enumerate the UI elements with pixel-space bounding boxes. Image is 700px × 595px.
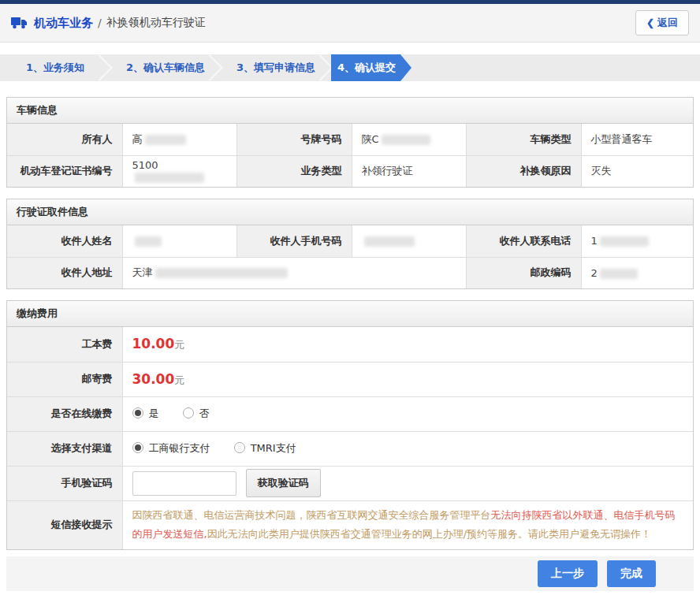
pay-channel-label: 选择支付渠道 (7, 431, 122, 466)
recipient-address-label: 收件人地址 (7, 257, 122, 288)
get-captcha-button[interactable]: 获取验证码 (246, 469, 321, 497)
reason-value: 灭失 (581, 155, 693, 187)
pay-channel-icbc-label: 工商银行支付 (149, 442, 210, 454)
recipient-address-value: 天津 (122, 257, 466, 288)
step-tabs: 1、业务须知 2、确认车辆信息 3、填写申请信息 4、确认提交 (0, 54, 700, 81)
back-button-label: 返回 (657, 16, 678, 30)
owner-value: 高 (122, 124, 236, 155)
redacted-value (382, 135, 430, 145)
zip-value: 2 (581, 257, 693, 288)
back-chevron-icon: ❮ (646, 17, 654, 28)
tab-step-3[interactable]: 3、填写申请信息 (221, 54, 331, 81)
section-pickup-info: 行驶证取件信息 收件人姓名 收件人手机号码 收件人联系电话 1 收件人地址 天津… (6, 199, 694, 289)
previous-step-button[interactable]: 上一步 (538, 560, 598, 587)
online-pay-yes-label: 是 (149, 407, 159, 419)
plate-label: 号牌号码 (236, 124, 352, 155)
captcha-label: 手机验证码 (7, 466, 122, 500)
workfee-unit: 元 (174, 339, 184, 351)
redacted-value (145, 135, 186, 145)
recipient-mobile-label: 收件人手机号码 (236, 225, 352, 257)
regno-label: 机动车登记证书编号 (7, 155, 122, 187)
radio-unchecked-icon[interactable] (183, 407, 194, 418)
pay-channel-tmri-label: TMRI支付 (251, 442, 296, 454)
vehicle-type-value: 小型普通客车 (581, 124, 693, 155)
finish-button[interactable]: 完成 (607, 560, 656, 587)
tab-step-4-active[interactable]: 4、确认提交 (331, 54, 411, 81)
redacted-value (155, 268, 288, 278)
online-pay-yes-option[interactable]: 是 (132, 407, 159, 419)
pickup-section-title: 行驶证取件信息 (7, 199, 693, 225)
pay-channel-icbc-option[interactable]: 工商银行支付 (132, 442, 210, 454)
tab-step-1[interactable]: 1、业务须知 (0, 54, 110, 81)
vehicle-type-label: 车辆类型 (466, 124, 581, 155)
reason-label: 补换领原因 (466, 155, 581, 187)
biztype-value: 补领行驶证 (352, 155, 466, 187)
redacted-value (600, 236, 649, 247)
postfee-value: 30.00元 (122, 362, 693, 396)
recipient-name-label: 收件人姓名 (7, 225, 122, 257)
postfee-amount: 30.00 (132, 371, 175, 387)
tab-step-2[interactable]: 2、确认车辆信息 (110, 54, 221, 81)
workfee-label: 工本费 (7, 327, 122, 362)
breadcrumb-separator: / (98, 17, 102, 29)
section-vehicle-info: 车辆信息 所有人 高 号牌号码 陕C 车辆类型 小型普通客车 机动车登记证书编号… (6, 97, 694, 188)
page-title: 机动车业务 (34, 16, 93, 31)
section-fees: 缴纳费用 工本费 10.00元 邮寄费 30.00元 是否在线缴费 是 否 选择… (6, 300, 694, 550)
redacted-value (364, 236, 415, 247)
online-pay-label: 是否在线缴费 (7, 396, 122, 431)
redacted-value (600, 269, 638, 279)
truck-icon (11, 17, 28, 29)
redacted-value (135, 236, 162, 247)
recipient-mobile-value (352, 225, 466, 257)
owner-label: 所有人 (7, 124, 122, 155)
sms-notice-part1: 因陕西省联通、电信运营商技术问题，陕西省互联网交通安全综合服务管理平台 (132, 509, 491, 521)
redacted-value (135, 173, 204, 183)
biztype-label: 业务类型 (236, 155, 352, 187)
sms-notice-text: 因陕西省联通、电信运营商技术问题，陕西省互联网交通安全综合服务管理平台无法向持陕… (122, 500, 693, 549)
online-pay-no-option[interactable]: 否 (183, 407, 210, 419)
radio-checked-icon[interactable] (132, 407, 143, 418)
recipient-phone-label: 收件人联系电话 (466, 225, 581, 257)
regno-value: 5100 (122, 155, 236, 187)
workfee-amount: 10.00 (132, 336, 175, 351)
footer-action-bar: 上一步 完成 (6, 556, 694, 591)
pay-channel-options: 工商银行支付 TMRI支付 (122, 431, 693, 466)
recipient-name-value (122, 225, 236, 257)
radio-unchecked-icon[interactable] (234, 442, 245, 453)
workfee-value: 10.00元 (122, 327, 693, 362)
pay-channel-tmri-option[interactable]: TMRI支付 (234, 442, 296, 454)
postfee-unit: 元 (174, 374, 184, 386)
plate-value: 陕C (352, 124, 466, 155)
vehicle-info-table: 所有人 高 号牌号码 陕C 车辆类型 小型普通客车 机动车登记证书编号 5100… (7, 124, 693, 187)
pickup-info-table: 收件人姓名 收件人手机号码 收件人联系电话 1 收件人地址 天津 邮政编码 2 (7, 225, 693, 288)
captcha-input[interactable] (132, 471, 236, 496)
app-header: 机动车业务 / 补换领机动车行驶证 ❮ 返回 (0, 4, 700, 43)
fees-section-title: 缴纳费用 (7, 301, 693, 327)
postfee-label: 邮寄费 (7, 362, 122, 396)
page-subtitle: 补换领机动车行驶证 (106, 16, 206, 30)
vehicle-section-title: 车辆信息 (7, 98, 693, 124)
zip-label: 邮政编码 (466, 257, 581, 288)
fees-table: 工本费 10.00元 邮寄费 30.00元 是否在线缴费 是 否 选择支付渠道 … (7, 327, 693, 549)
sms-notice-part3: 因此无法向此类用户提供陕西省交通管理业务的网上办理/预约等服务。请此类用户避免无… (207, 528, 651, 540)
back-button[interactable]: ❮ 返回 (635, 10, 689, 35)
radio-checked-icon[interactable] (132, 442, 143, 453)
recipient-phone-value: 1 (581, 225, 693, 257)
online-pay-options: 是 否 (122, 396, 693, 431)
sms-notice-label: 短信接收提示 (7, 500, 122, 549)
online-pay-no-label: 否 (199, 407, 210, 419)
captcha-field-area: 获取验证码 (122, 466, 693, 500)
